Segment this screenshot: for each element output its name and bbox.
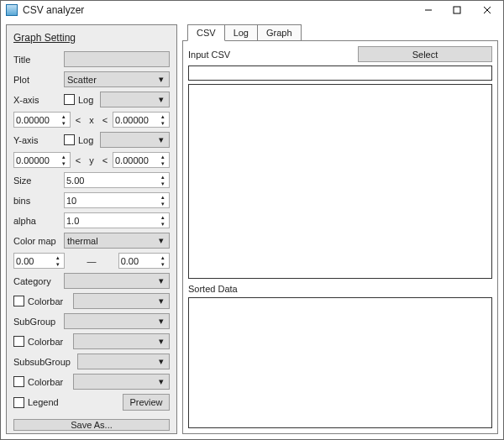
colormap-value: thermal [67, 236, 156, 246]
colorbar-label: Colorbar [28, 337, 70, 347]
colormap-dropdown[interactable]: thermal▾ [64, 233, 170, 249]
log-label-y: Log [78, 135, 97, 145]
lt-symbol: < [101, 115, 109, 125]
sorted-data-area[interactable] [188, 297, 492, 428]
right-panel: CSV Log Graph Input CSV Select Sorted Da… [182, 24, 498, 434]
chevron-down-icon: ▾ [156, 376, 166, 387]
cmap-max-value: 0.00 [121, 256, 158, 266]
chevron-down-icon: ▾ [156, 336, 166, 347]
maximize-button[interactable] [443, 1, 471, 18]
y-min-spinner[interactable]: 0.00000▴▾ [13, 152, 71, 168]
cmap-min-value: 0.00 [16, 256, 53, 266]
cmap-min-spinner[interactable]: 0.00▴▾ [13, 253, 65, 269]
y-max-value: 0.00000 [115, 155, 158, 165]
xaxis-label: X-axis [13, 95, 60, 105]
lt-symbol: < [101, 155, 109, 165]
x-max-value: 0.00000 [115, 115, 158, 125]
svg-rect-1 [454, 7, 460, 13]
chevron-down-icon: ▾ [156, 74, 166, 85]
category-label: Category [13, 276, 60, 286]
chevron-down-icon: ▾ [156, 316, 166, 327]
yaxis-label: Y-axis [13, 135, 60, 145]
title-label: Title [13, 55, 60, 65]
bins-label: bins [13, 196, 60, 206]
select-button[interactable]: Select [358, 46, 492, 62]
size-value: 5.00 [66, 175, 158, 186]
bins-value: 10 [66, 196, 158, 206]
yaxis-field-dropdown[interactable]: ▾ [100, 132, 170, 148]
subgroup-colorbar-dropdown[interactable]: ▾ [73, 333, 170, 349]
x-max-spinner[interactable]: 0.00000▴▾ [113, 112, 170, 128]
y-max-spinner[interactable]: 0.00000▴▾ [113, 152, 170, 168]
input-csv-label: Input CSV [188, 50, 230, 60]
range-dash: — [68, 256, 114, 266]
titlebar: CSV analyzer [1, 1, 503, 19]
legend-checkbox[interactable] [13, 397, 24, 408]
tab-log[interactable]: Log [224, 24, 258, 40]
plot-dropdown[interactable]: Scatter ▾ [64, 71, 170, 87]
csv-tab-body: Input CSV Select Sorted Data [182, 40, 498, 434]
chevron-down-icon: ▾ [156, 275, 166, 286]
category-dropdown[interactable]: ▾ [64, 273, 170, 289]
alpha-label: alpha [13, 216, 60, 226]
chevron-down-icon: ▾ [156, 94, 166, 105]
plot-value: Scatter [67, 75, 156, 85]
colorbar-label: Colorbar [28, 377, 70, 387]
app-icon [6, 4, 18, 16]
xaxis-log-checkbox[interactable] [64, 94, 75, 105]
window-title: CSV analyzer [23, 4, 414, 16]
alpha-spinner[interactable]: 1.0▴▾ [64, 212, 170, 228]
tab-csv[interactable]: CSV [187, 24, 225, 41]
subsubgroup-label: SubsubGroup [13, 357, 74, 367]
chevron-down-icon: ▾ [156, 235, 166, 246]
subsubgroup-colorbar-dropdown[interactable]: ▾ [73, 374, 170, 390]
legend-label: Legend [28, 397, 119, 407]
subsubgroup-dropdown[interactable]: ▾ [77, 354, 170, 369]
csv-data-area[interactable] [188, 84, 492, 279]
minimize-button[interactable] [414, 1, 443, 18]
tab-graph[interactable]: Graph [257, 24, 302, 40]
csv-path-input[interactable] [188, 65, 492, 81]
lt-symbol: < [74, 115, 82, 125]
subgroup-dropdown[interactable]: ▾ [64, 313, 170, 329]
cmap-max-spinner[interactable]: 0.00▴▾ [118, 253, 170, 269]
subgroup-colorbar-checkbox[interactable] [13, 336, 24, 347]
chevron-down-icon: ▾ [156, 296, 166, 306]
save-as-button[interactable]: Save As... [13, 419, 170, 431]
xaxis-field-dropdown[interactable]: ▾ [100, 92, 170, 107]
colorbar-label: Colorbar [28, 296, 70, 306]
bins-spinner[interactable]: 10▴▾ [64, 192, 170, 208]
size-label: Size [13, 175, 60, 186]
category-colorbar-dropdown[interactable]: ▾ [73, 293, 170, 309]
close-button[interactable] [471, 1, 503, 18]
chevron-down-icon: ▾ [156, 134, 166, 145]
app-window: CSV analyzer Graph Setting Title Plot Sc… [0, 0, 504, 440]
lt-symbol: < [74, 155, 82, 165]
category-colorbar-checkbox[interactable] [13, 296, 24, 306]
y-variable: y [86, 155, 97, 165]
tabs: CSV Log Graph [182, 24, 498, 40]
x-min-spinner[interactable]: 0.00000▴▾ [13, 112, 71, 128]
yaxis-log-checkbox[interactable] [64, 134, 75, 145]
y-min-value: 0.00000 [16, 155, 59, 165]
x-variable: x [86, 115, 97, 125]
title-input[interactable] [64, 51, 170, 67]
x-min-value: 0.00000 [16, 115, 59, 125]
sorted-data-label: Sorted Data [188, 284, 492, 294]
graph-settings-panel: Graph Setting Title Plot Scatter ▾ X-axi… [6, 24, 177, 434]
subgroup-label: SubGroup [13, 317, 60, 327]
log-label-x: Log [78, 95, 97, 105]
chevron-down-icon: ▾ [156, 356, 166, 367]
plot-label: Plot [13, 75, 60, 85]
alpha-value: 1.0 [66, 216, 158, 226]
panel-heading: Graph Setting [13, 32, 170, 44]
size-spinner[interactable]: 5.00▴▾ [64, 172, 170, 188]
preview-button[interactable]: Preview [123, 394, 170, 411]
colormap-label: Color map [13, 236, 60, 246]
subsubgroup-colorbar-checkbox[interactable] [13, 376, 24, 387]
